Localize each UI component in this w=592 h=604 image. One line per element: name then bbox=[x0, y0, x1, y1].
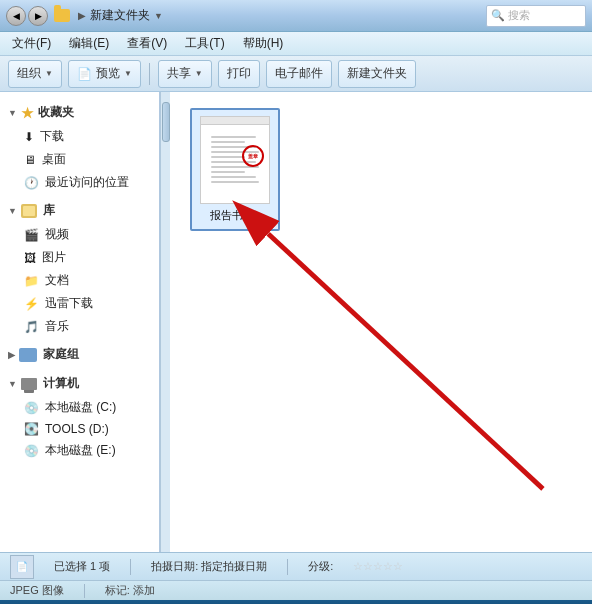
sidebar-item-disk-d[interactable]: 💽 TOOLS (D:) bbox=[0, 419, 159, 439]
sidebar-item-disk-e[interactable]: 💿 本地磁盘 (E:) bbox=[0, 439, 159, 462]
sidebar-item-desktop[interactable]: 🖥 桌面 bbox=[0, 148, 159, 171]
sidebar: ▼ ★ 收藏夹 ⬇ 下载 🖥 桌面 🕐 最近访问的位置 ▼ 库 bbox=[0, 92, 160, 552]
menu-edit[interactable]: 编辑(E) bbox=[65, 33, 113, 54]
breadcrumb-dropdown[interactable]: ▼ bbox=[154, 11, 163, 21]
menu-tools[interactable]: 工具(T) bbox=[181, 33, 228, 54]
new-folder-button[interactable]: 新建文件夹 bbox=[338, 60, 416, 88]
svg-line-1 bbox=[268, 234, 543, 489]
file-type-label: JPEG 图像 bbox=[10, 583, 64, 598]
status-divider-3 bbox=[84, 584, 85, 598]
status-capture-date: 拍摄日期: 指定拍摄日期 bbox=[151, 559, 267, 574]
sidebar-favorites-header[interactable]: ▼ ★ 收藏夹 bbox=[0, 100, 159, 125]
sidebar-homegroup-section: ▶ 家庭组 bbox=[0, 342, 159, 367]
search-placeholder: 搜索 bbox=[508, 8, 530, 23]
documents-label: 文档 bbox=[45, 272, 69, 289]
thumb-line-9 bbox=[211, 176, 256, 178]
organize-button[interactable]: 组织 ▼ bbox=[8, 60, 62, 88]
disk-d-icon: 💽 bbox=[24, 422, 39, 436]
disk-c-label: 本地磁盘 (C:) bbox=[45, 399, 116, 416]
breadcrumb-path[interactable]: 新建文件夹 bbox=[90, 7, 150, 24]
file-thumbnail-small: 📄 bbox=[10, 555, 34, 579]
sidebar-library-section: ▼ 库 🎬 视频 🖼 图片 📁 文档 ⚡ 迅雷下载 🎵 音 bbox=[0, 198, 159, 338]
search-icon: 🔍 bbox=[491, 9, 505, 22]
sidebar-item-disk-c[interactable]: 💿 本地磁盘 (C:) bbox=[0, 396, 159, 419]
preview-label: 预览 bbox=[96, 65, 120, 82]
favorites-label: 收藏夹 bbox=[38, 104, 74, 121]
star-icon: ★ bbox=[21, 105, 34, 121]
sidebar-favorites-section: ▼ ★ 收藏夹 ⬇ 下载 🖥 桌面 🕐 最近访问的位置 bbox=[0, 100, 159, 194]
menu-file[interactable]: 文件(F) bbox=[8, 33, 55, 54]
status-divider-2 bbox=[287, 559, 288, 575]
video-label: 视频 bbox=[45, 226, 69, 243]
status-bar-2: JPEG 图像 标记: 添加 bbox=[0, 580, 592, 600]
thumb-line-8 bbox=[211, 171, 245, 173]
documents-icon: 📁 bbox=[24, 274, 39, 288]
sidebar-scrollbar[interactable] bbox=[160, 92, 170, 552]
pictures-label: 图片 bbox=[42, 249, 66, 266]
thumb-header bbox=[201, 117, 269, 125]
status-rating-label: 分级: bbox=[308, 559, 333, 574]
toolbar: 组织 ▼ 📄 预览 ▼ 共享 ▼ 打印 电子邮件 新建文件夹 bbox=[0, 56, 592, 92]
email-button[interactable]: 电子邮件 bbox=[266, 60, 332, 88]
downloads-label: 下载 bbox=[40, 128, 64, 145]
preview-icon: 📄 bbox=[77, 67, 92, 81]
thumb-line-2 bbox=[211, 141, 245, 143]
desktop-label: 桌面 bbox=[42, 151, 66, 168]
share-button[interactable]: 共享 ▼ bbox=[158, 60, 212, 88]
sidebar-item-downloads[interactable]: ⬇ 下载 bbox=[0, 125, 159, 148]
video-icon: 🎬 bbox=[24, 228, 39, 242]
search-box[interactable]: 🔍 搜索 bbox=[486, 5, 586, 27]
disk-e-icon: 💿 bbox=[24, 444, 39, 458]
back-button[interactable]: ◀ bbox=[6, 6, 26, 26]
print-label: 打印 bbox=[227, 65, 251, 82]
recent-label: 最近访问的位置 bbox=[45, 174, 129, 191]
library-expand-icon: ▼ bbox=[8, 206, 17, 216]
sidebar-computer-section: ▼ 计算机 💿 本地磁盘 (C:) 💽 TOOLS (D:) 💿 本地磁盘 (E… bbox=[0, 371, 159, 462]
sidebar-item-recent[interactable]: 🕐 最近访问的位置 bbox=[0, 171, 159, 194]
status-bar: 📄 已选择 1 项 拍摄日期: 指定拍摄日期 分级: ☆☆☆☆☆ bbox=[0, 552, 592, 580]
computer-expand-icon: ▼ bbox=[8, 379, 17, 389]
folder-icon bbox=[54, 9, 70, 22]
share-label: 共享 bbox=[167, 65, 191, 82]
organize-label: 组织 bbox=[17, 65, 41, 82]
new-folder-label: 新建文件夹 bbox=[347, 65, 407, 82]
computer-icon bbox=[21, 378, 37, 390]
disk-c-icon: 💿 bbox=[24, 401, 39, 415]
main-area: ▼ ★ 收藏夹 ⬇ 下载 🖥 桌面 🕐 最近访问的位置 ▼ 库 bbox=[0, 92, 592, 552]
file-item-report[interactable]: 盖章 报告书.jpg bbox=[190, 108, 280, 231]
sidebar-scrollbar-thumb[interactable] bbox=[162, 102, 170, 142]
menu-view[interactable]: 查看(V) bbox=[123, 33, 171, 54]
file-area: 盖章 报告书.jpg bbox=[170, 92, 592, 552]
watermark: GAME773.com bbox=[0, 600, 592, 604]
sidebar-item-pictures[interactable]: 🖼 图片 bbox=[0, 246, 159, 269]
homegroup-icon bbox=[19, 348, 37, 362]
thunder-label: 迅雷下载 bbox=[45, 295, 93, 312]
thumb-line-5 bbox=[211, 156, 245, 158]
stamp-circle: 盖章 bbox=[242, 145, 264, 167]
share-dropdown-arrow: ▼ bbox=[195, 69, 203, 78]
menu-help[interactable]: 帮助(H) bbox=[239, 33, 288, 54]
organize-dropdown-arrow: ▼ bbox=[45, 69, 53, 78]
sidebar-library-header[interactable]: ▼ 库 bbox=[0, 198, 159, 223]
menu-bar: 文件(F) 编辑(E) 查看(V) 工具(T) 帮助(H) bbox=[0, 32, 592, 56]
sidebar-item-video[interactable]: 🎬 视频 bbox=[0, 223, 159, 246]
music-icon: 🎵 bbox=[24, 320, 39, 334]
email-label: 电子邮件 bbox=[275, 65, 323, 82]
preview-button[interactable]: 📄 预览 ▼ bbox=[68, 60, 141, 88]
thunder-icon: ⚡ bbox=[24, 297, 39, 311]
homegroup-label: 家庭组 bbox=[43, 346, 79, 363]
computer-label: 计算机 bbox=[43, 375, 79, 392]
sidebar-computer-header[interactable]: ▼ 计算机 bbox=[0, 371, 159, 396]
status-divider-1 bbox=[130, 559, 131, 575]
thumb-line-10 bbox=[211, 181, 259, 183]
sidebar-homegroup-header[interactable]: ▶ 家庭组 bbox=[0, 342, 159, 367]
sidebar-item-documents[interactable]: 📁 文档 bbox=[0, 269, 159, 292]
print-button[interactable]: 打印 bbox=[218, 60, 260, 88]
homegroup-expand-icon: ▶ bbox=[8, 350, 15, 360]
disk-e-label: 本地磁盘 (E:) bbox=[45, 442, 116, 459]
disk-d-label: TOOLS (D:) bbox=[45, 422, 109, 436]
desktop-icon: 🖥 bbox=[24, 153, 36, 167]
sidebar-item-music[interactable]: 🎵 音乐 bbox=[0, 315, 159, 338]
sidebar-item-thunder[interactable]: ⚡ 迅雷下载 bbox=[0, 292, 159, 315]
forward-button[interactable]: ▶ bbox=[28, 6, 48, 26]
